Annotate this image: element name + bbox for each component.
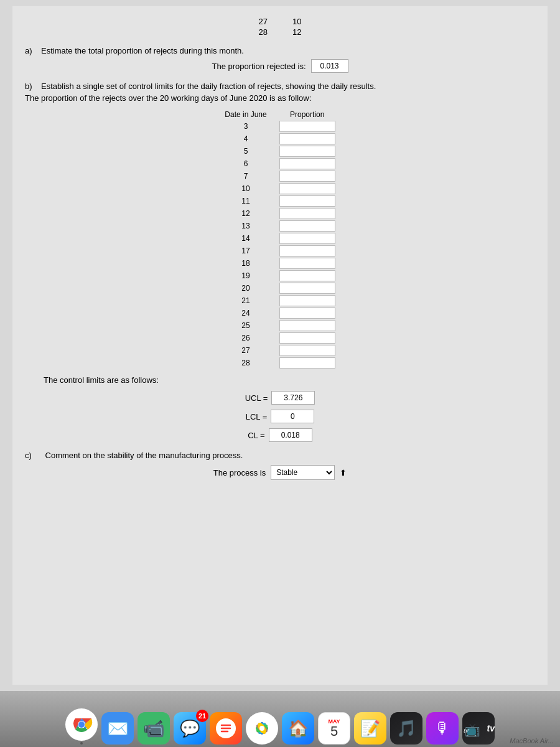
- reminders-icon[interactable]: [210, 712, 242, 745]
- date-cell: 12: [218, 207, 273, 220]
- proportion-row-input[interactable]: [279, 158, 335, 169]
- proportion-row-input[interactable]: [279, 220, 335, 232]
- date-cell: 11: [218, 195, 273, 207]
- table-row: 14: [218, 232, 341, 245]
- lcl-row: LCL =: [25, 410, 535, 423]
- messages-badge: 21: [196, 710, 208, 722]
- proportion-input[interactable]: [311, 59, 348, 73]
- cl-label: CL =: [248, 431, 264, 440]
- section-a-label: a): [25, 46, 32, 55]
- date-cell: 6: [218, 157, 273, 170]
- lcl-input[interactable]: [271, 410, 314, 423]
- proportion-row: The proportion rejected is:: [25, 59, 535, 73]
- date-cell: 5: [218, 145, 273, 157]
- date-cell: 10: [218, 182, 273, 195]
- podcasts-icon[interactable]: 🎙: [426, 712, 459, 745]
- proportion-row-input[interactable]: [279, 146, 335, 157]
- proportion-cell: [273, 207, 342, 220]
- dock-item-messages[interactable]: 💬 21: [174, 712, 206, 745]
- proportion-row-input[interactable]: [279, 258, 335, 269]
- notes-icon[interactable]: 📝: [354, 712, 386, 745]
- date-cell: 3: [218, 120, 273, 133]
- proportion-cell: [273, 170, 342, 182]
- date-proportion-table-container: Date in June Proportion 3456710111213141…: [25, 109, 535, 369]
- proportion-row-input[interactable]: [279, 270, 335, 281]
- control-limits-section: The control limits are as follows: UCL =…: [25, 375, 535, 442]
- table-row: 27 10: [246, 16, 314, 27]
- dock-item-photos[interactable]: [246, 712, 278, 745]
- page-wrapper: 27 10 28 12 a) Estimate the total propor…: [0, 0, 560, 691]
- proportion-row-input[interactable]: [279, 183, 335, 194]
- proportion-row-input[interactable]: [279, 308, 335, 319]
- table-row: 20: [218, 282, 341, 294]
- proportion-row-input[interactable]: [279, 245, 335, 256]
- facetime-icon[interactable]: 📹: [138, 712, 170, 745]
- proportion-row-input[interactable]: [279, 208, 335, 219]
- dock-item-reminders[interactable]: [210, 712, 242, 745]
- date-cell: 19: [218, 270, 273, 282]
- messages-icon[interactable]: 💬 21: [174, 712, 206, 745]
- dock-item-chrome[interactable]: [65, 708, 98, 745]
- proportion-row-input[interactable]: [279, 283, 335, 294]
- proportion-cell: [273, 332, 342, 344]
- date-cell: 24: [218, 307, 273, 319]
- select-arrow-icon: ⬆: [340, 468, 347, 477]
- dock-item-home[interactable]: 🏠: [282, 712, 314, 745]
- date-cell: 21: [218, 294, 273, 307]
- dock-item-mail[interactable]: ✉️: [101, 712, 134, 745]
- dock-item-notes[interactable]: 📝: [354, 712, 386, 745]
- tv-icon[interactable]: 📺 tv tv: [462, 712, 495, 745]
- date-cell: 14: [218, 232, 273, 245]
- proportion-row-input[interactable]: [279, 171, 335, 182]
- table-row: 19: [218, 270, 341, 282]
- dock-item-calendar[interactable]: MAY 5: [318, 712, 350, 745]
- proportion-cell: [273, 157, 342, 170]
- table-cell: 10: [280, 16, 314, 27]
- calendar-icon[interactable]: MAY 5: [318, 712, 350, 745]
- proportion-cell: [273, 245, 342, 257]
- date-cell: 18: [218, 257, 273, 270]
- date-cell: 26: [218, 332, 273, 344]
- top-table-section: 27 10 28 12: [25, 16, 535, 37]
- cl-input[interactable]: [269, 428, 312, 442]
- table-cell: 28: [246, 27, 280, 37]
- proportion-row-input[interactable]: [279, 357, 335, 369]
- proportion-row-input[interactable]: [279, 233, 335, 244]
- section-b-title: b) Establish a single set of control lim…: [25, 82, 535, 91]
- date-header: Date in June: [218, 109, 273, 120]
- proportion-cell: [273, 195, 342, 207]
- ucl-input[interactable]: [271, 391, 315, 405]
- dock-item-facetime[interactable]: 📹: [138, 712, 170, 745]
- section-c: c) Comment on the stability of the manuf…: [25, 451, 535, 480]
- proportion-row-input[interactable]: [279, 195, 335, 207]
- photos-icon[interactable]: [246, 712, 278, 745]
- proportion-row-input[interactable]: [279, 121, 335, 132]
- calendar-day: 5: [330, 725, 338, 738]
- control-limits-title: The control limits are as follows:: [44, 375, 535, 385]
- proportion-row-input[interactable]: [279, 332, 335, 344]
- table-row: 21: [218, 294, 341, 307]
- proportion-row-input[interactable]: [279, 345, 335, 356]
- table-row: 10: [218, 182, 341, 195]
- home-icon[interactable]: 🏠: [282, 712, 314, 745]
- mail-icon[interactable]: ✉️: [101, 712, 134, 745]
- table-cell: 27: [246, 16, 280, 27]
- section-b-label: b): [25, 82, 32, 91]
- table-row: 13: [218, 220, 341, 232]
- music-icon[interactable]: 🎵: [390, 712, 422, 745]
- proportion-cell: [273, 319, 342, 332]
- dock-item-music[interactable]: 🎵: [390, 712, 422, 745]
- proportion-row-input[interactable]: [279, 295, 335, 306]
- section-b-text: Establish a single set of control limits…: [41, 82, 376, 91]
- date-cell: 27: [218, 344, 273, 357]
- proportion-row-input[interactable]: [279, 320, 335, 331]
- chrome-icon[interactable]: [65, 708, 98, 741]
- table-row: 27: [218, 344, 341, 357]
- table-row: 28 12: [246, 27, 314, 37]
- dock-item-tv[interactable]: 📺 tv tv: [462, 712, 495, 745]
- process-select[interactable]: Stable Unstable In control Out of contro…: [271, 465, 335, 480]
- proportion-row-input[interactable]: [279, 133, 335, 144]
- table-row: 3: [218, 120, 341, 133]
- dock-item-podcasts[interactable]: 🎙: [426, 712, 459, 745]
- proportion-header: Proportion: [273, 109, 342, 120]
